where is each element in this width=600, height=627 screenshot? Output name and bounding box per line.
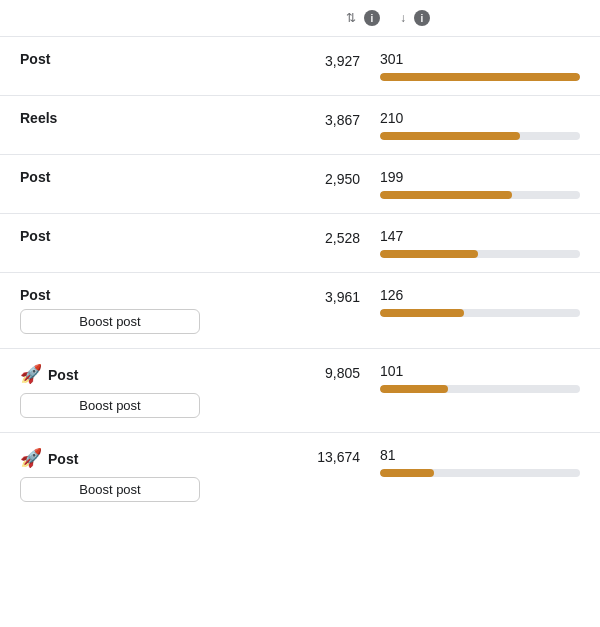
cell-reach-6: 13,674 <box>200 447 380 465</box>
type-row-2: Post <box>20 169 200 185</box>
bar-fill <box>380 309 464 317</box>
type-label: Post <box>48 451 78 467</box>
cell-type-0: Post <box>20 51 200 67</box>
cell-likes-0: 301 <box>380 51 580 81</box>
table-header: ⇅ i ↓ i <box>0 0 600 37</box>
cell-likes-4: 126 <box>380 287 580 317</box>
type-label: Post <box>20 228 50 244</box>
cell-likes-5: 101 <box>380 363 580 393</box>
bar-fill <box>380 469 434 477</box>
bar-container <box>380 385 580 393</box>
cell-reach-1: 3,867 <box>200 110 380 128</box>
table-row: 🚀PostBoost post13,67481 <box>0 433 600 516</box>
bar-container <box>380 191 580 199</box>
type-row-4: Post <box>20 287 200 303</box>
cell-type-5: 🚀PostBoost post <box>20 363 200 418</box>
type-row-6: 🚀Post <box>20 447 200 471</box>
bar-fill <box>380 385 448 393</box>
table-row: Post3,927301 <box>0 37 600 96</box>
cell-reach-0: 3,927 <box>200 51 380 69</box>
boost-post-button[interactable]: Boost post <box>20 309 200 334</box>
bar-container <box>380 309 580 317</box>
likes-value: 147 <box>380 228 580 244</box>
cell-reach-3: 2,528 <box>200 228 380 246</box>
type-row-1: Reels <box>20 110 200 126</box>
header-reach: ⇅ i <box>200 10 380 26</box>
table-row: 🚀PostBoost post9,805101 <box>0 349 600 433</box>
content-table: ⇅ i ↓ i Post3,927301Reels3,867210Post2,9… <box>0 0 600 516</box>
type-label: Post <box>48 367 78 383</box>
header-likes: ↓ i <box>380 10 580 26</box>
cell-type-1: Reels <box>20 110 200 126</box>
table-row: Post2,950199 <box>0 155 600 214</box>
likes-value: 81 <box>380 447 580 463</box>
table-row: Reels3,867210 <box>0 96 600 155</box>
likes-info-icon[interactable]: i <box>414 10 430 26</box>
type-label: Post <box>20 51 50 67</box>
type-row-5: 🚀Post <box>20 363 200 387</box>
cell-type-6: 🚀PostBoost post <box>20 447 200 502</box>
bar-container <box>380 250 580 258</box>
bar-fill <box>380 250 478 258</box>
cell-type-4: PostBoost post <box>20 287 200 334</box>
boost-post-button[interactable]: Boost post <box>20 393 200 418</box>
table-row: PostBoost post3,961126 <box>0 273 600 349</box>
cell-likes-6: 81 <box>380 447 580 477</box>
type-label: Post <box>20 287 50 303</box>
cell-reach-5: 9,805 <box>200 363 380 381</box>
likes-value: 101 <box>380 363 580 379</box>
rocket-icon: 🚀 <box>20 447 42 469</box>
cell-reach-4: 3,961 <box>200 287 380 305</box>
table-body: Post3,927301Reels3,867210Post2,950199Pos… <box>0 37 600 516</box>
type-row-3: Post <box>20 228 200 244</box>
table-row: Post2,528147 <box>0 214 600 273</box>
bar-container <box>380 73 580 81</box>
bar-fill <box>380 73 580 81</box>
reach-info-icon[interactable]: i <box>364 10 380 26</box>
cell-likes-2: 199 <box>380 169 580 199</box>
likes-value: 210 <box>380 110 580 126</box>
type-row-0: Post <box>20 51 200 67</box>
likes-value: 199 <box>380 169 580 185</box>
bar-fill <box>380 132 520 140</box>
bar-container <box>380 469 580 477</box>
likes-value: 126 <box>380 287 580 303</box>
cell-type-3: Post <box>20 228 200 244</box>
boost-post-button[interactable]: Boost post <box>20 477 200 502</box>
cell-reach-2: 2,950 <box>200 169 380 187</box>
cell-type-2: Post <box>20 169 200 185</box>
type-label: Post <box>20 169 50 185</box>
rocket-icon: 🚀 <box>20 363 42 385</box>
likes-value: 301 <box>380 51 580 67</box>
reach-sort-icon[interactable]: ⇅ <box>346 11 356 25</box>
type-label: Reels <box>20 110 57 126</box>
bar-fill <box>380 191 512 199</box>
cell-likes-1: 210 <box>380 110 580 140</box>
bar-container <box>380 132 580 140</box>
cell-likes-3: 147 <box>380 228 580 258</box>
likes-sort-icon[interactable]: ↓ <box>400 11 406 25</box>
